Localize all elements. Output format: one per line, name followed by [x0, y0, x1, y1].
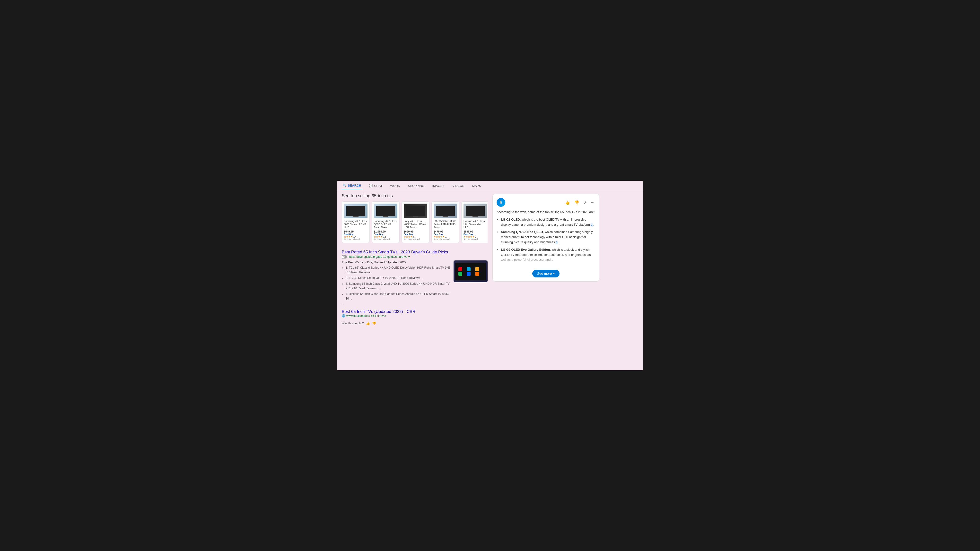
result-subtitle: The Best 65 Inch TVs, Ranked (Updated 20…	[342, 260, 450, 264]
ai-intro: According to the web, some of the top se…	[496, 210, 595, 215]
result-url: https://buyersguide.org/top-10-guide/sma…	[348, 255, 407, 259]
product-name: Samsung - 65" Class 8000 Series LED 4K U…	[344, 220, 368, 229]
tv-name-2: Samsung QN90A Neo QLED	[501, 230, 543, 234]
nav-tab-images[interactable]: IMAGES	[431, 183, 445, 189]
cbr-result-title[interactable]: Best 65 Inch TVs (Updated 2022) - CBR	[342, 309, 488, 314]
product-rating: ★★★★ 13	[374, 235, 398, 238]
list-item: 3. Samsung 65-Inch Class Crystal UHD TU-…	[345, 281, 450, 291]
ai-list-item: LG C2 OLED, which is the best OLED TV wi…	[501, 217, 595, 227]
product-card[interactable]: Samsung - 65" Class 8000 Series LED 4K U…	[342, 202, 370, 243]
nav-tab-shopping[interactable]: SHOPPING	[407, 183, 426, 189]
list-item: 1. TCL 65" Class 6-Series 4K UHD QLED Do…	[345, 265, 450, 275]
cbr-favicon: 🌐	[342, 314, 345, 318]
share-ai[interactable]: ↗	[582, 199, 588, 206]
result-title[interactable]: Best Rated 65 Inch Smart TVs | 2023 Buye…	[342, 250, 488, 255]
ai-list-container: LG C2 OLED, which is the best OLED TV wi…	[496, 217, 595, 265]
result-list: 1. TCL 65" Class 6-Series 4K UHD QLED Do…	[342, 265, 450, 301]
helpful-row: Was this helpful? 👍 👎	[342, 321, 488, 325]
product-store: Best Buy	[344, 233, 368, 235]
ai-content: According to the web, some of the top se…	[496, 210, 595, 278]
nav-tab-work[interactable]: WORK	[389, 183, 401, 189]
thumbs-up-ai[interactable]: 👍	[564, 199, 571, 206]
app-icon	[467, 267, 471, 271]
dropdown-icon[interactable]: ▾	[408, 255, 410, 259]
thumbs-down-button[interactable]: 👎	[372, 321, 376, 325]
thumbs-down-ai[interactable]: 👎	[573, 199, 580, 206]
product-price: $899.99	[463, 230, 487, 233]
ai-actions: 👍 👎 ↗ ···	[564, 199, 595, 206]
list-item: 4. Hisense 65-Inch Class H8 Quantum Seri…	[345, 292, 450, 301]
product-name: Hisense - 65" Class U8H Series Mini LED.…	[463, 220, 487, 229]
ai-list-item: Samsung QN90A Neo QLED, which combines S…	[501, 230, 595, 245]
tv-screen	[376, 206, 395, 216]
citation-1: 1	[590, 223, 593, 227]
list-item: 2. LG C9 Series Smart OLED TV 9.20 / 10 …	[345, 276, 450, 280]
ellipsis: ...	[342, 302, 450, 305]
nav-tab-search[interactable]: 🔍 SEARCH	[342, 182, 362, 189]
nav-tab-maps[interactable]: MAPS	[471, 183, 482, 189]
product-card[interactable]: LG - 65" Class UQ75 Series LED 4K UHD Sm…	[431, 202, 460, 243]
product-price: $699.99	[404, 230, 427, 233]
ad-badge: Ad	[342, 255, 347, 259]
app-icon	[467, 272, 471, 276]
app-icons	[458, 267, 483, 276]
more-ai[interactable]: ···	[590, 199, 595, 205]
tv-name-3: LG G2 OLED Evo Gallery Edition	[501, 248, 550, 251]
product-image	[344, 203, 368, 218]
product-views: 👁 1.5K+ viewed	[404, 238, 427, 240]
thumb-screen	[455, 263, 486, 280]
product-rating: ★★★★ 1K+	[344, 235, 368, 238]
product-views: 👁 3.3K+ viewed	[344, 238, 368, 240]
ai-list: LG C2 OLED, which is the best OLED TV wi…	[496, 217, 595, 262]
see-more-container: See more ▾	[496, 267, 595, 278]
products-section: See top selling 65-inch tvs Samsung - 65…	[342, 194, 488, 245]
result-text-list: The Best 65 Inch TVs, Ranked (Updated 20…	[342, 260, 450, 305]
product-image	[404, 203, 427, 218]
see-more-button[interactable]: See more ▾	[532, 270, 560, 278]
product-name: Sony - 65" Class X80K Series LED 4K HDR …	[404, 220, 427, 229]
cbr-result-url: 🌐 www.cbr.com/best-65-inch-tvs/	[342, 314, 488, 318]
product-price: $649.99	[344, 230, 368, 233]
netflix-icon	[458, 267, 462, 271]
nav-tab-videos[interactable]: VIDEOS	[451, 183, 465, 189]
result-thumbnail[interactable]	[453, 260, 488, 282]
product-image	[434, 203, 457, 218]
chevron-down-icon: ▾	[553, 272, 555, 275]
products-scroll[interactable]: Samsung - 65" Class 8000 Series LED 4K U…	[342, 202, 488, 245]
product-image	[463, 203, 487, 218]
ai-header: b 👍 👎 ↗ ···	[496, 198, 595, 207]
product-views: 👁 2.5K+ viewed	[374, 238, 398, 240]
tv-screen	[466, 206, 485, 216]
ai-list-item: LG G2 OLED Evo Gallery Edition, which is…	[501, 247, 595, 262]
product-rating: ★★★★★ 1	[463, 235, 487, 238]
product-price: $479.99	[434, 230, 457, 233]
nav-bar: 🔍 SEARCH 💬 CHAT WORK SHOPPING IMAGES VID…	[337, 181, 643, 191]
product-name: Samsung - 65" Class Q80B QLED 4K Smart T…	[374, 220, 398, 229]
product-store: Best Buy	[404, 233, 427, 235]
search-result-buyers-guide: Best Rated 65 Inch Smart TVs | 2023 Buye…	[342, 250, 488, 305]
bing-ai-logo: b	[496, 198, 505, 207]
product-store: Best Buy	[374, 233, 398, 235]
product-card[interactable]: Sony - 65" Class X80K Series LED 4K HDR …	[401, 202, 430, 243]
product-card[interactable]: Samsung - 65" Class Q80B QLED 4K Smart T…	[372, 202, 399, 243]
product-card[interactable]: Hisense - 65" Class U8H Series Mini LED.…	[461, 202, 488, 243]
search-icon: 🔍	[343, 184, 347, 187]
ai-panel: b 👍 👎 ↗ ··· According to the web, some o…	[492, 194, 599, 281]
thumbs-up-button[interactable]: 👍	[366, 321, 370, 325]
browser-screen: 🔍 SEARCH 💬 CHAT WORK SHOPPING IMAGES VID…	[337, 181, 643, 370]
tv-screen	[346, 206, 365, 216]
app-icon	[458, 272, 462, 276]
nav-tab-chat[interactable]: 💬 CHAT	[368, 183, 383, 189]
app-icon	[475, 272, 479, 276]
product-name: LG - 65" Class UQ75 Series LED 4K UHD Sm…	[434, 220, 457, 229]
chat-icon: 💬	[369, 184, 373, 187]
product-rating: ★★★★ 6	[404, 235, 427, 238]
product-price: $1,099.99	[374, 230, 398, 233]
search-result-cbr: Best 65 Inch TVs (Updated 2022) - CBR 🌐 …	[342, 309, 488, 318]
right-panel: b 👍 👎 ↗ ··· According to the web, some o…	[492, 194, 599, 325]
result-url-row: Ad https://buyersguide.org/top-10-guide/…	[342, 255, 488, 259]
app-icon	[475, 267, 479, 271]
product-views: 👁 1K+ viewed	[463, 238, 487, 240]
main-content: See top selling 65-inch tvs Samsung - 65…	[337, 191, 643, 328]
left-panel: See top selling 65-inch tvs Samsung - 65…	[342, 194, 492, 325]
